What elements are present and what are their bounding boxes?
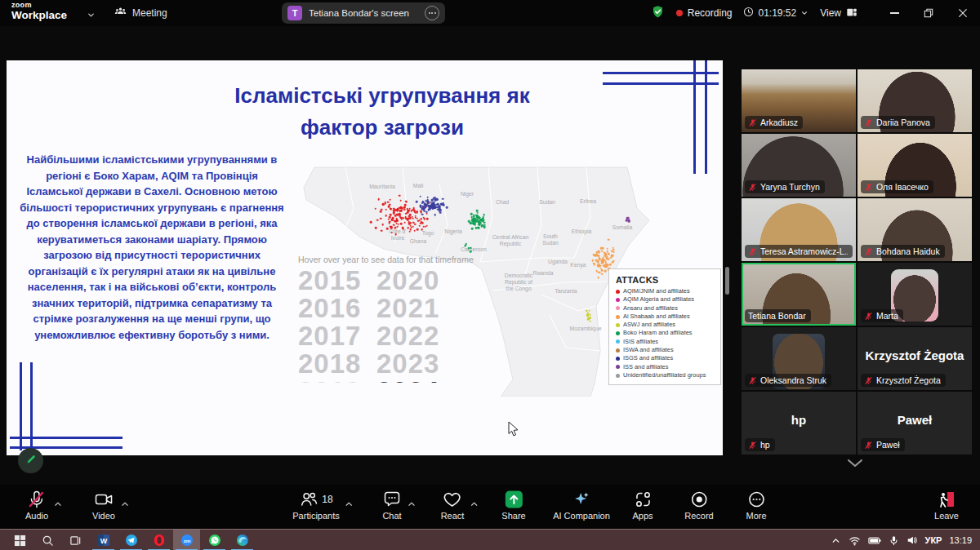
leave-icon bbox=[937, 489, 956, 509]
more-icon bbox=[746, 489, 766, 509]
restore-button[interactable] bbox=[911, 0, 946, 26]
decor-line bbox=[693, 60, 696, 174]
toolbar-leave-button[interactable]: Leave bbox=[934, 489, 959, 521]
participant-name: Оля Івасечко bbox=[876, 182, 929, 192]
workspace-chevron-down-icon[interactable] bbox=[87, 8, 96, 23]
view-button[interactable]: View bbox=[820, 7, 858, 20]
attack-dot bbox=[610, 256, 612, 259]
taskbar-zoom-icon[interactable]: zm bbox=[173, 530, 200, 550]
participant-tile-11[interactable]: PawełPaweł bbox=[858, 392, 972, 455]
tray-battery-icon[interactable] bbox=[868, 536, 881, 545]
audio-icon bbox=[27, 489, 47, 509]
toolbar-react-button[interactable]: React bbox=[441, 489, 465, 521]
participant-tile-1[interactable]: Dariia Panova bbox=[858, 69, 972, 132]
participant-tile-7[interactable]: Marta bbox=[858, 263, 972, 326]
slide-body-text: Найбільшими ісламістськими угрупуваннями… bbox=[16, 152, 287, 343]
attack-dot bbox=[396, 210, 399, 212]
attack-dot bbox=[601, 250, 604, 252]
tray-mic-icon[interactable] bbox=[889, 535, 899, 546]
participant-tile-4[interactable]: Teresa Astramowicz-L... bbox=[742, 198, 856, 261]
panel-resize-handle[interactable] bbox=[725, 267, 729, 295]
taskbar-edge-icon[interactable] bbox=[229, 530, 256, 550]
legend-color-dot bbox=[616, 306, 620, 310]
taskbar-start-icon[interactable] bbox=[7, 530, 33, 550]
participant-tile-10[interactable]: hphp bbox=[742, 392, 856, 455]
system-tray: УКР 13:19 bbox=[831, 530, 980, 550]
legend-label: ASWJ and affiliates bbox=[623, 321, 675, 329]
participant-name: Paweł bbox=[876, 440, 900, 450]
attack-dot bbox=[407, 227, 409, 229]
participant-name-label: hp bbox=[745, 438, 775, 451]
attack-dot bbox=[413, 229, 416, 232]
participant-tile-6[interactable]: Tetiana Bondar bbox=[742, 263, 856, 326]
taskbar-whatsapp-icon[interactable] bbox=[201, 530, 228, 550]
attack-dot bbox=[388, 222, 390, 224]
toolbar-audio-button[interactable]: Audio bbox=[25, 489, 48, 521]
recording-indicator[interactable]: Recording bbox=[676, 7, 733, 19]
tray-wifi-icon[interactable] bbox=[849, 534, 861, 547]
taskbar-opera-icon[interactable] bbox=[145, 530, 172, 550]
chevron-up-icon[interactable] bbox=[121, 497, 129, 512]
annotate-button[interactable] bbox=[18, 448, 43, 473]
participant-tile-0[interactable]: Arkadiusz bbox=[742, 69, 856, 132]
meeting-toolbar: AudioVideo18ParticipantsChatReactShareAI… bbox=[0, 485, 980, 529]
chevron-up-icon[interactable] bbox=[345, 497, 354, 512]
tray-chevron-up-icon[interactable] bbox=[831, 535, 841, 546]
toolbar-share-button[interactable]: Share bbox=[501, 489, 525, 521]
map-hover-hint: Hover over year to see data for that tim… bbox=[298, 255, 474, 264]
taskbar-word-icon[interactable]: W bbox=[90, 530, 117, 550]
toolbar-more-button[interactable]: More bbox=[746, 489, 766, 521]
clock-time[interactable]: 13:19 bbox=[949, 535, 972, 545]
legend-color-dot bbox=[616, 315, 620, 319]
chevron-up-icon[interactable] bbox=[408, 497, 416, 512]
mic-muted-icon bbox=[748, 441, 757, 450]
tray-speaker-icon[interactable] bbox=[906, 534, 918, 546]
attack-dot bbox=[416, 217, 418, 220]
taskbar-telegram-icon[interactable] bbox=[118, 530, 145, 550]
chevron-up-icon[interactable] bbox=[54, 497, 62, 512]
attack-dot bbox=[397, 223, 399, 225]
timer-chevron-down-icon[interactable] bbox=[800, 9, 808, 17]
language-indicator[interactable]: УКР bbox=[925, 535, 942, 545]
attack-dot bbox=[446, 206, 448, 209]
taskbar-search-icon[interactable] bbox=[34, 530, 61, 550]
tab-meeting[interactable]: Meeting bbox=[114, 6, 167, 20]
legend-label: ISIS affiliates bbox=[623, 338, 658, 346]
close-button[interactable] bbox=[946, 0, 980, 26]
attack-dot bbox=[421, 228, 424, 231]
slide-title: Ісламістські угрупування як фактор загро… bbox=[211, 80, 554, 144]
attack-dot bbox=[589, 321, 591, 323]
attack-dot bbox=[390, 232, 393, 234]
attack-dot bbox=[420, 211, 422, 213]
attack-dot bbox=[403, 222, 406, 224]
toolbar-video-button[interactable]: Video bbox=[92, 489, 115, 521]
participant-tile-3[interactable]: Оля Івасечко bbox=[858, 134, 972, 197]
meeting-timer[interactable]: 01:19:52 bbox=[743, 7, 808, 20]
minimize-button[interactable] bbox=[877, 0, 911, 26]
attack-dot bbox=[399, 194, 401, 197]
taskbar-taskview-icon[interactable] bbox=[62, 530, 89, 550]
attack-dot bbox=[483, 214, 486, 216]
participant-name-label: Yaryna Turchyn bbox=[745, 180, 825, 193]
participant-tile-2[interactable]: Yaryna Turchyn bbox=[742, 134, 856, 197]
toolbar-apps-button[interactable]: Apps bbox=[632, 489, 653, 521]
panel-scroll-chevron-down-icon[interactable] bbox=[846, 457, 864, 472]
attack-dot bbox=[588, 310, 590, 313]
shared-screen-pill[interactable]: T Tetiana Bondar's screen bbox=[282, 2, 445, 24]
toolbar-participants-button[interactable]: 18Participants bbox=[292, 489, 339, 521]
participant-tile-9[interactable]: Krzysztof ŻegotaKrzysztof Żegota bbox=[858, 327, 972, 390]
participant-tile-8[interactable]: Oleksandra Struk bbox=[742, 327, 856, 390]
attack-dot bbox=[601, 273, 604, 275]
attack-dot bbox=[380, 217, 382, 220]
attack-dot bbox=[399, 199, 402, 202]
toolbar-record-button[interactable]: Record bbox=[684, 489, 713, 521]
encryption-shield-icon[interactable] bbox=[651, 5, 665, 22]
toolbar-ai-button[interactable]: AI Companion bbox=[553, 489, 610, 521]
toolbar-chat-button[interactable]: Chat bbox=[382, 489, 402, 521]
attack-dot bbox=[393, 211, 395, 213]
attack-dot bbox=[471, 228, 474, 230]
participant-tile-5[interactable]: Bohdana Haiduk bbox=[858, 198, 972, 261]
chevron-up-icon[interactable] bbox=[470, 497, 478, 512]
participant-name: Oleksandra Struk bbox=[760, 375, 826, 385]
pill-ellipsis-icon[interactable] bbox=[425, 6, 439, 20]
